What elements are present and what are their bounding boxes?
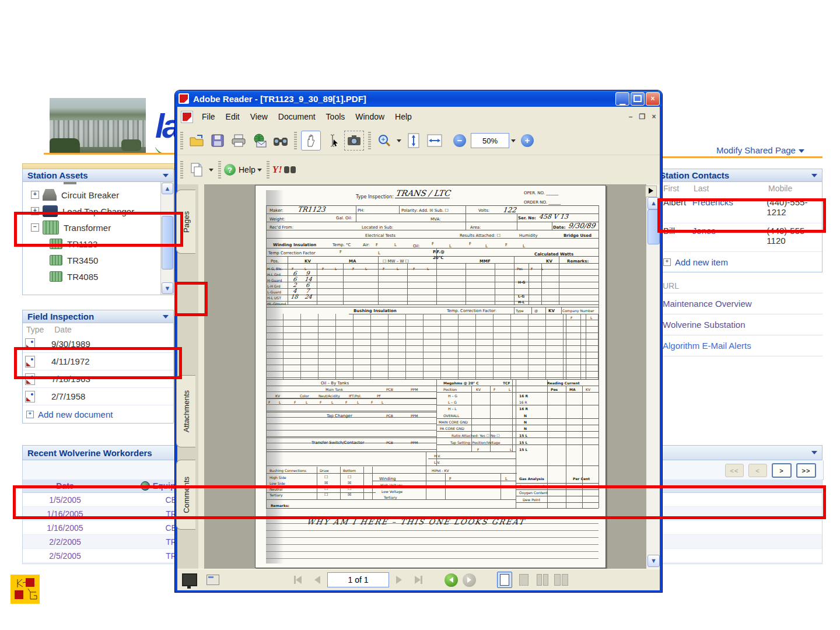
doc-close-button[interactable]: ×: [648, 113, 660, 121]
close-button[interactable]: ×: [646, 92, 660, 106]
workorder-date-link[interactable]: 1/16/2005: [23, 523, 107, 533]
fit-width-button[interactable]: [425, 131, 444, 150]
zoom-combo-dropdown[interactable]: [511, 139, 516, 142]
scroll-up-button[interactable]: ▲: [162, 183, 173, 194]
continuous-facing-layout-button[interactable]: [536, 572, 550, 587]
menu-edit[interactable]: Edit: [220, 112, 245, 121]
previous-view-button[interactable]: [444, 573, 458, 587]
maximize-button[interactable]: [631, 92, 645, 106]
snapshot-button[interactable]: [344, 131, 364, 150]
pdf-form-text: H-Guard: [267, 279, 282, 282]
pdf-form-text: L: [397, 267, 398, 271]
minimize-button[interactable]: ▁: [615, 92, 629, 106]
hand-tool-button[interactable]: [301, 131, 321, 150]
url-link[interactable]: Algorithm E-Mail Alerts: [663, 335, 822, 356]
add-new-document-link[interactable]: + Add new document: [23, 405, 173, 419]
pdf-form-text: Maker:: [270, 209, 284, 213]
scroll-down-button[interactable]: ▼: [162, 282, 173, 294]
tab-attachments[interactable]: Attachments: [176, 375, 195, 447]
pdf-form-text: Bushing Insulation: [354, 309, 397, 313]
pdf-form-text: L: [306, 401, 307, 404]
station-assets-header[interactable]: Station Assets: [22, 169, 174, 182]
create-pdf-button[interactable]: [187, 160, 206, 179]
chevron-down-icon: [811, 451, 817, 454]
workorder-date-link[interactable]: 2/5/2005: [23, 551, 107, 561]
help-button[interactable]: Help: [239, 165, 256, 174]
pdf-form-text: TCF: [503, 382, 510, 385]
menu-tools[interactable]: Tools: [321, 112, 351, 121]
single-page-layout-button[interactable]: [497, 572, 512, 588]
first-page-button[interactable]: [294, 576, 302, 584]
menu-file[interactable]: File: [197, 112, 220, 121]
zoom-tool-dropdown[interactable]: [397, 139, 401, 142]
email-button[interactable]: [250, 131, 269, 150]
search-button[interactable]: [271, 131, 290, 150]
prev-page-button[interactable]: [314, 576, 320, 584]
page-number-box[interactable]: 1 of 1: [327, 572, 389, 587]
toolbar-toggle-icon[interactable]: [206, 575, 219, 585]
hide-pane-arrow[interactable]: [645, 186, 657, 197]
menu-document[interactable]: Document: [273, 112, 321, 121]
pdf-form-text: L – G: [448, 401, 457, 404]
menu-help[interactable]: Help: [390, 112, 417, 121]
station-contacts-header[interactable]: Station Contacts: [654, 169, 822, 182]
doc-restore-button[interactable]: ❐: [636, 113, 648, 121]
yahoo-search-icon[interactable]: Y!: [272, 164, 282, 176]
pdf-form-text: PCB: [386, 414, 393, 418]
pdf-doc-icon[interactable]: [25, 391, 35, 402]
create-pdf-dropdown[interactable]: [209, 169, 214, 172]
inspection-row[interactable]: 2/7/1958: [23, 388, 173, 405]
add-new-item-link[interactable]: + Add new item: [663, 252, 822, 267]
pdf-form-text: HL-Ground: [267, 302, 286, 306]
modify-shared-page-link[interactable]: Modify Shared Page: [716, 145, 804, 156]
select-text-button[interactable]: [323, 131, 342, 150]
portal-logo: lab: [155, 106, 175, 154]
save-button[interactable]: [208, 131, 227, 150]
pdf-form-text: Per Cent: [573, 477, 590, 481]
zoom-tool-button[interactable]: [375, 131, 394, 150]
pdf-form-text: L: [365, 267, 367, 271]
pdf-form-text: KV: [548, 309, 555, 313]
inspection-date[interactable]: 2/7/1958: [51, 391, 85, 401]
zoom-level-combo[interactable]: 50%: [471, 133, 509, 148]
annotation-box-pane-edge: [174, 282, 208, 316]
url-link[interactable]: Wolverine Substation: [663, 314, 822, 335]
pdf-form-text: F: [477, 448, 479, 452]
sidebar-item-circuit-breaker[interactable]: +Circuit Breaker: [23, 187, 157, 203]
pdf-form-text: F: [376, 243, 378, 247]
pdf-form-text: High Side: [270, 476, 286, 480]
continuous-layout-button[interactable]: [517, 572, 531, 587]
last-page-button[interactable]: [415, 576, 422, 584]
workorder-date-link[interactable]: 2/2/2005: [23, 537, 107, 547]
scroll-down-button[interactable]: ▼: [648, 555, 660, 567]
field-inspection-header[interactable]: Field Inspection: [22, 310, 174, 323]
facing-layout-button[interactable]: [554, 572, 568, 587]
print-button[interactable]: [229, 131, 248, 150]
pdf-form-text: Winding: [379, 477, 396, 481]
menu-view[interactable]: View: [245, 112, 273, 121]
zoom-out-button[interactable]: −: [453, 134, 466, 147]
next-page-button[interactable]: [396, 576, 402, 584]
sidebar-item-tr3450[interactable]: TR3450: [23, 252, 157, 268]
title-bar[interactable]: Adobe Reader - [TR1123_9_30_89[1].PDF] ▁…: [175, 90, 662, 107]
menu-window[interactable]: Window: [350, 112, 390, 121]
fit-height-button[interactable]: [404, 131, 423, 150]
pdf-form-text: OVERALL: [443, 414, 459, 418]
url-link[interactable]: Maintenance Overview: [663, 293, 822, 314]
doc-minimize-button[interactable]: –: [625, 113, 636, 121]
tree-expander-icon[interactable]: +: [31, 191, 39, 199]
open-button[interactable]: [187, 131, 206, 150]
url-header: URL: [663, 279, 822, 293]
help-icon: ?: [224, 164, 236, 176]
fullscreen-icon[interactable]: [182, 573, 197, 586]
pager: <<<>>>: [720, 463, 816, 478]
yahoo-binoculars-icon: [284, 166, 296, 173]
zoom-in-button[interactable]: +: [521, 134, 534, 147]
pdf-form-text: H – L: [448, 407, 457, 411]
sidebar-item-tr4085[interactable]: TR4085: [23, 268, 157, 285]
pager-button[interactable]: >: [772, 463, 792, 478]
tree-item-label: Circuit Breaker: [61, 190, 119, 200]
help-dropdown[interactable]: [257, 169, 262, 172]
next-view-button[interactable]: [463, 573, 476, 587]
pager-button[interactable]: >>: [796, 463, 816, 478]
